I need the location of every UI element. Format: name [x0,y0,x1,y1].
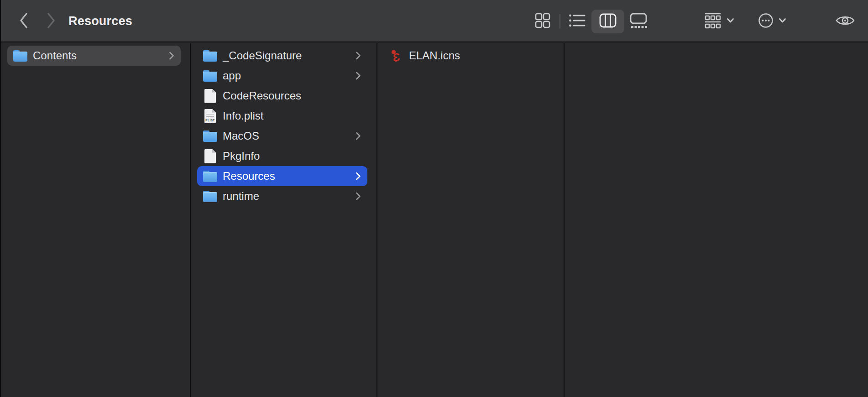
file-row[interactable]: PkgInfo [197,146,367,166]
folder-icon [13,50,27,62]
ellipsis-circle-icon [758,12,774,30]
gallery-icon [630,13,647,30]
column-divider[interactable] [190,43,191,397]
file-label: Contents [33,49,77,62]
chevron-right-icon [46,12,57,31]
file-row[interactable]: PLISTInfo.plist [197,106,367,126]
file-label: ELAN.icns [409,49,460,62]
column-divider[interactable] [376,43,377,397]
view-mode-switcher [528,0,653,42]
chevron-right-icon [356,192,361,201]
plist-document-icon: PLIST [204,109,216,123]
contents-column: Contents [1,43,190,397]
file-row[interactable]: app [197,66,367,86]
folder-icon [203,70,217,82]
folder-icon [203,191,217,202]
forward-button[interactable] [42,0,60,42]
list-view-button[interactable] [563,10,591,33]
file-row[interactable]: _CodeSignature [197,46,367,66]
file-label: runtime [223,190,259,203]
window-title: Resources [68,0,132,42]
document-icon [204,149,216,163]
chevron-right-icon [356,172,361,181]
elan-app-icon: Ɛ [390,49,403,63]
chevron-right-icon [356,132,361,141]
back-button[interactable] [15,0,33,42]
list-icon [569,13,586,29]
column-divider[interactable] [564,43,565,397]
more-options-button[interactable] [758,0,786,42]
plist-badge: PLIST [204,119,216,122]
chevron-down-icon [779,18,786,25]
toolbar: Resources [1,0,868,42]
icon-view-button[interactable] [528,10,557,33]
columns-icon [599,13,617,29]
chevron-right-icon [356,72,361,80]
file-label: Resources [223,170,275,183]
resources-children-column: ƐELAN.icns [377,43,564,397]
file-label: PkgInfo [223,150,260,162]
file-label: MacOS [223,130,259,142]
svg-text:Ɛ: Ɛ [391,50,401,63]
folder-icon [203,50,217,62]
file-label: _CodeSignature [223,49,302,62]
file-row[interactable]: Resources [197,166,367,186]
grid-icon [534,12,551,30]
file-label: CodeResources [223,89,301,102]
contents-children-column: _CodeSignatureappCodeResourcesPLISTInfo.… [191,43,376,397]
folder-icon [203,131,217,142]
chevron-left-icon [18,12,29,31]
file-row[interactable]: MacOS [197,126,367,146]
document-icon [204,89,216,103]
file-label: app [223,69,241,82]
eye-icon [835,14,855,29]
file-row[interactable]: runtime [197,186,367,206]
toolbar-separator [559,14,560,29]
file-row[interactable]: CodeResources [197,86,367,106]
gallery-view-button[interactable] [624,10,653,33]
preview-column [565,43,868,397]
plist-lines [206,113,214,117]
column-view-button[interactable] [591,10,624,33]
column-browser: Contents_CodeSignatureappCodeResourcesPL… [1,43,868,397]
file-row[interactable]: ƐELAN.icns [384,46,554,66]
finder-window: Resources [0,0,868,397]
chevron-down-icon [727,18,734,25]
group-button[interactable] [704,0,734,42]
preview-eye-button[interactable] [834,0,856,42]
folder-icon [203,171,217,182]
chevron-right-icon [356,52,361,60]
group-by-icon [704,12,722,30]
file-row[interactable]: Contents [7,46,181,66]
file-label: Info.plist [223,110,263,122]
chevron-right-icon [169,52,174,60]
